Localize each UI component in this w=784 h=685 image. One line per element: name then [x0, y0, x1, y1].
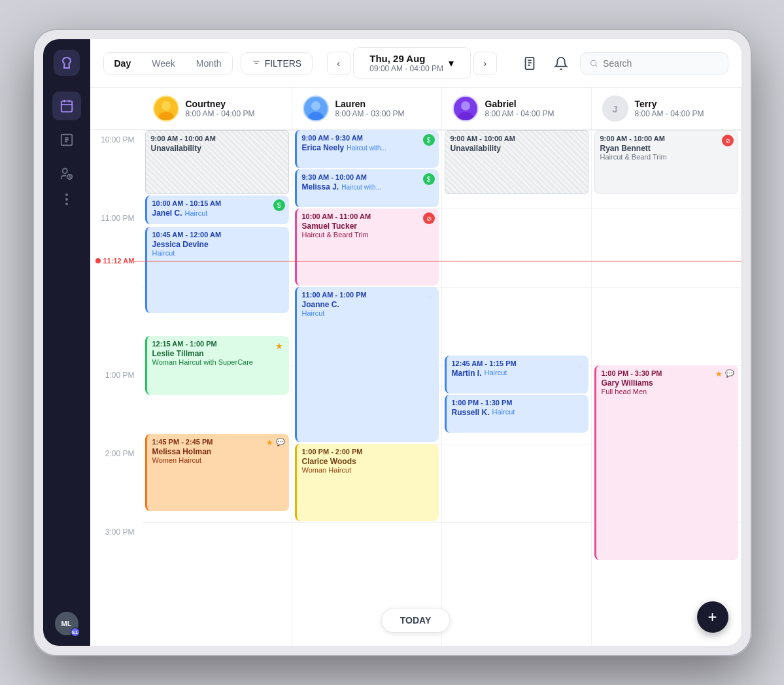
header-actions [517, 51, 728, 76]
svg-point-26 [461, 101, 470, 110]
app-logo[interactable] [54, 50, 80, 76]
appt-lauren-erica[interactable]: $ 9:00 AM - 9:30 AM Erica Neely Haircut … [295, 130, 439, 168]
filters-button[interactable]: FILTERS [241, 52, 313, 75]
staff-hours-courtney: 8:00 AM - 04:00 PM [186, 109, 255, 118]
appt-courtney-leslie[interactable]: ★ 12:15 AM - 1:00 PM Leslie Tillman Woma… [145, 336, 289, 395]
device-frame: ML S1 Day Week Month FILTERS [33, 29, 752, 656]
user-avatar[interactable]: ML S1 [55, 612, 78, 635]
screen: ML S1 Day Week Month FILTERS [43, 39, 741, 646]
svg-rect-0 [61, 101, 72, 112]
badge-red-ryan: ⊘ [722, 135, 734, 146]
date-display[interactable]: Thu, 29 Aug 09:00 AM - 04:00 PM ▾ [353, 47, 471, 79]
time-label-1pm: 1:00 PM [90, 365, 143, 444]
svg-line-18 [595, 65, 596, 66]
avatar-terry: J [602, 95, 628, 122]
star-icon-joanne: ☆ [424, 291, 436, 303]
svg-point-8 [62, 169, 67, 173]
time-label-12 [90, 287, 143, 365]
grid-col-gabriel: 9:00 AM - 10:00 AM Unavailability ☆ 12:4… [442, 130, 592, 646]
appt-lauren-samuel[interactable]: ⊘ 10:00 AM - 11:00 AM Samuel Tucker Hair… [295, 209, 439, 286]
appt-terry-gary[interactable]: ★ 💬 1:00 PM - 3:30 PM Gary Williams Full… [594, 365, 738, 560]
staff-name-terry: Terry [635, 99, 704, 109]
header: Day Week Month FILTERS ‹ Thu, 29 Aug [90, 39, 741, 88]
staff-col-gabriel: Gabriel 8:00 AM - 04:00 PM [442, 88, 592, 129]
appt-lauren-joanne[interactable]: ☆ 11:00 AM - 1:00 PM Joanne C. Haircut [295, 287, 439, 442]
sidebar-item-list[interactable] [52, 125, 81, 154]
time-grid: 10:00 PM 11:00 PM 1:00 PM 2:00 PM 3:00 P… [90, 130, 741, 646]
appt-courtney-jessica[interactable]: 10:45 AM - 12:00 AM Jessica Devine Hairc… [145, 227, 289, 313]
time-grid-inner: 10:00 PM 11:00 PM 1:00 PM 2:00 PM 3:00 P… [90, 130, 741, 646]
grid-col-lauren: $ 9:00 AM - 9:30 AM Erica Neely Haircut … [292, 130, 442, 646]
staff-info-terry: Terry 8:00 AM - 04:00 PM [635, 99, 704, 118]
svg-point-20 [162, 101, 171, 110]
notifications-icon[interactable] [549, 51, 573, 76]
grid-col-terry: ⊘ 9:00 AM - 10:00 AM Ryan Bennett Haircu… [592, 130, 741, 646]
avatar-gabriel [452, 95, 479, 122]
week-view-button[interactable]: Week [141, 53, 186, 74]
staff-info-lauren: Lauren 8:00 AM - 03:00 PM [335, 99, 405, 118]
date-main: Thu, 29 Aug [369, 53, 443, 64]
calendar-area: Courtney 8:00 AM - 04:00 PM [90, 88, 741, 646]
date-sub: 09:00 AM - 04:00 PM [369, 64, 443, 73]
add-appointment-button[interactable]: + [697, 601, 728, 633]
star-icon-gary: ★ [715, 369, 723, 378]
appt-gabriel-russell[interactable]: 1:00 PM - 1:30 PM Russell K. Haircut [445, 395, 588, 433]
today-button[interactable]: TODAY [381, 608, 450, 633]
tasks-icon[interactable] [517, 51, 542, 76]
sidebar: ML S1 [43, 39, 90, 646]
badge-red-samuel: ⊘ [423, 212, 435, 224]
grid-col-courtney: 9:00 AM - 10:00 AM Unavailability $ 10:0… [143, 130, 292, 646]
badge-dollar-janel: $ [273, 199, 285, 211]
staff-header: Courtney 8:00 AM - 04:00 PM [90, 88, 741, 130]
comment-icon-melissa: 💬 [276, 438, 285, 446]
time-label-3pm: 3:00 PM [90, 522, 143, 601]
appt-courtney-melissa[interactable]: ★ 💬 1:45 PM - 2:45 PM Melissa Holman Wom… [145, 434, 289, 511]
grid-columns: 11:12 AM 9:00 AM - 10:00 AM Unavailabili… [143, 130, 741, 646]
appt-gabriel-martin[interactable]: ☆ 12:45 AM - 1:15 PM Martin I. Haircut [445, 356, 588, 393]
prev-date-button[interactable]: ‹ [327, 52, 350, 75]
avatar-badge: S1 [71, 627, 80, 637]
svg-point-23 [311, 101, 320, 110]
sidebar-more[interactable] [65, 193, 68, 205]
comment-icon-gary: 💬 [725, 369, 734, 378]
staff-hours-gabriel: 8:00 AM - 04:00 PM [485, 109, 554, 118]
badge-dollar-melissa-j: $ [423, 173, 435, 185]
avatar-lauren [303, 95, 329, 122]
view-toggle: Day Week Month [103, 52, 233, 75]
search-box[interactable] [580, 52, 728, 75]
staff-info-courtney: Courtney 8:00 AM - 04:00 PM [186, 99, 255, 118]
staff-col-terry: J Terry 8:00 AM - 04:00 PM [592, 88, 741, 129]
svg-point-17 [590, 60, 596, 65]
search-input[interactable] [603, 58, 718, 69]
day-view-button[interactable]: Day [104, 53, 142, 74]
staff-name-courtney: Courtney [186, 99, 255, 109]
time-label-10pm: 10:00 PM [90, 130, 143, 209]
badge-dollar-erica: $ [423, 134, 435, 146]
sidebar-item-calendar[interactable] [52, 92, 81, 120]
next-date-button[interactable]: › [473, 52, 497, 75]
sidebar-item-clients[interactable] [52, 159, 81, 188]
chevron-down-icon: ▾ [449, 57, 454, 69]
date-navigation: ‹ Thu, 29 Aug 09:00 AM - 04:00 PM ▾ › [327, 47, 497, 79]
staff-name-lauren: Lauren [335, 99, 405, 109]
staff-hours-terry: 8:00 AM - 04:00 PM [635, 109, 704, 118]
staff-info-gabriel: Gabriel 8:00 AM - 04:00 PM [485, 99, 554, 118]
staff-col-lauren: Lauren 8:00 AM - 03:00 PM [292, 88, 442, 129]
appt-terry-ryan[interactable]: ⊘ 9:00 AM - 10:00 AM Ryan Bennett Haircu… [594, 130, 738, 194]
appt-lauren-clarice[interactable]: 1:00 PM - 2:00 PM Clarice Woods Woman Ha… [295, 444, 439, 521]
staff-col-courtney: Courtney 8:00 AM - 04:00 PM [143, 88, 292, 129]
appt-gabriel-unavailability[interactable]: 9:00 AM - 10:00 AM Unavailability [445, 130, 588, 194]
appt-lauren-melissa-j[interactable]: $ 9:30 AM - 10:00 AM Melissa J. Haircut … [295, 169, 439, 207]
month-view-button[interactable]: Month [186, 53, 232, 74]
appt-courtney-unavailability[interactable]: 9:00 AM - 10:00 AM Unavailability [145, 130, 289, 194]
filter-icon [252, 59, 261, 68]
search-icon [590, 59, 598, 68]
appt-courtney-janel[interactable]: $ 10:00 AM - 10:15 AM Janel C. Haircut [145, 195, 289, 224]
time-labels: 10:00 PM 11:00 PM 1:00 PM 2:00 PM 3:00 P… [90, 130, 143, 646]
time-label-2pm: 2:00 PM [90, 444, 143, 522]
star-icon-leslie: ★ [273, 340, 285, 352]
star-icon-melissa: ★ [266, 438, 273, 447]
main-content: Day Week Month FILTERS ‹ Thu, 29 Aug [90, 39, 741, 646]
time-label-11pm: 11:00 PM [90, 209, 143, 287]
avatar-courtney [153, 95, 179, 122]
